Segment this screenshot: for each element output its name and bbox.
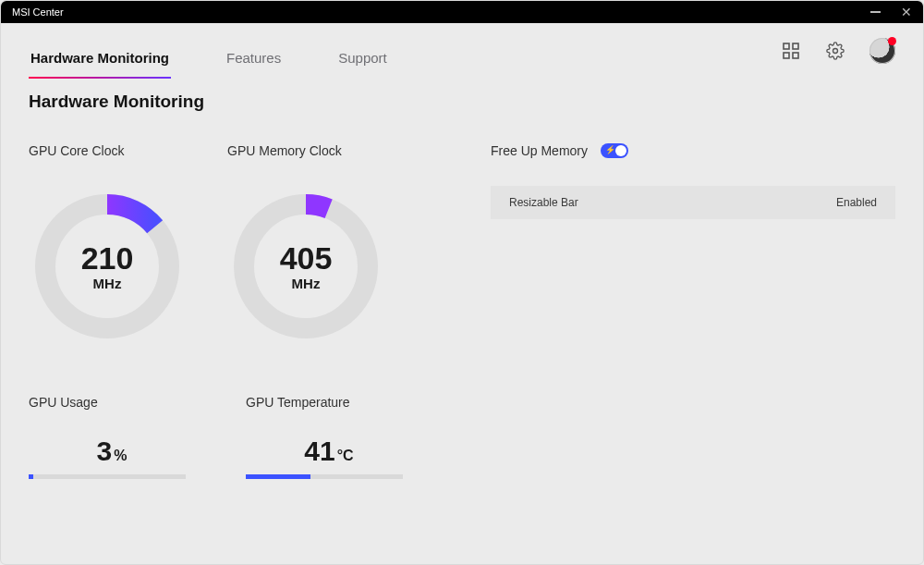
svg-rect-3: [793, 53, 798, 58]
window-title: MSI Center: [12, 6, 870, 18]
column-right: Free Up Memory ⚡ Resizable Bar Enabled: [491, 92, 895, 546]
gauge-label: GPU Memory Clock: [227, 143, 384, 158]
close-icon[interactable]: ✕: [901, 6, 912, 18]
navbar: Hardware Monitoring Features Support: [1, 23, 923, 79]
bar-value: 3: [97, 436, 113, 467]
gauges-row: GPU Core Clock 210 MHz GPU Memory Clock: [29, 143, 491, 345]
minimize-icon[interactable]: [870, 11, 881, 13]
gauge-gpu-core-clock: GPU Core Clock 210 MHz: [29, 143, 186, 345]
tab-hardware-monitoring[interactable]: Hardware Monitoring: [29, 50, 171, 79]
bar-unit: °C: [337, 448, 354, 464]
setting-name: Resizable Bar: [509, 196, 836, 209]
titlebar: MSI Center ✕: [1, 1, 923, 23]
bar-gpu-usage: GPU Usage 3 %: [29, 395, 195, 479]
svg-rect-1: [793, 43, 798, 49]
account-avatar[interactable]: [869, 38, 895, 64]
bar-track: [246, 474, 403, 479]
gauge-unit: MHz: [93, 276, 122, 291]
bar-fill: [29, 474, 33, 479]
setting-resizable-bar[interactable]: Resizable Bar Enabled: [491, 186, 895, 219]
bar-value: 41: [304, 436, 334, 467]
free-up-memory-toggle[interactable]: ⚡: [601, 143, 628, 158]
nav-right: [781, 38, 895, 64]
column-left: Hardware Monitoring GPU Core Clock 210 M…: [29, 92, 491, 546]
setting-status: Enabled: [836, 196, 877, 209]
tab-features[interactable]: Features: [225, 50, 283, 79]
free-up-memory-label: Free Up Memory: [491, 143, 588, 158]
svg-rect-0: [784, 43, 789, 49]
gauge-value: 210: [81, 242, 134, 274]
page-title: Hardware Monitoring: [29, 92, 491, 112]
free-up-memory-row: Free Up Memory ⚡: [491, 143, 895, 158]
gauge-ring: 405 MHz: [227, 188, 384, 345]
bar-track: [29, 474, 186, 479]
bolt-icon: ⚡: [605, 145, 615, 154]
app-window: MSI Center ✕ Hardware Monitoring Feature…: [0, 0, 924, 565]
bar-label: GPU Temperature: [246, 395, 412, 410]
nav-tabs: Hardware Monitoring Features Support: [29, 23, 389, 79]
bar-gpu-temperature: GPU Temperature 41 °C: [246, 395, 412, 479]
bar-label: GPU Usage: [29, 395, 195, 410]
apps-grid-icon[interactable]: [781, 41, 801, 61]
gauge-label: GPU Core Clock: [29, 143, 186, 158]
content: Hardware Monitoring GPU Core Clock 210 M…: [1, 79, 923, 564]
gauge-ring: 210 MHz: [29, 188, 186, 345]
gauge-gpu-memory-clock: GPU Memory Clock 405 MHz: [227, 143, 384, 345]
bars-row: GPU Usage 3 % GPU Temperature 41 °C: [29, 395, 491, 479]
bar-fill: [246, 474, 310, 479]
settings-gear-icon[interactable]: [825, 41, 845, 61]
svg-rect-2: [784, 53, 789, 58]
tab-support[interactable]: Support: [336, 50, 389, 79]
svg-point-4: [833, 49, 838, 54]
window-controls: ✕: [870, 6, 912, 18]
gauge-value: 405: [280, 242, 333, 274]
gauge-unit: MHz: [292, 276, 321, 291]
bar-unit: %: [114, 448, 127, 464]
